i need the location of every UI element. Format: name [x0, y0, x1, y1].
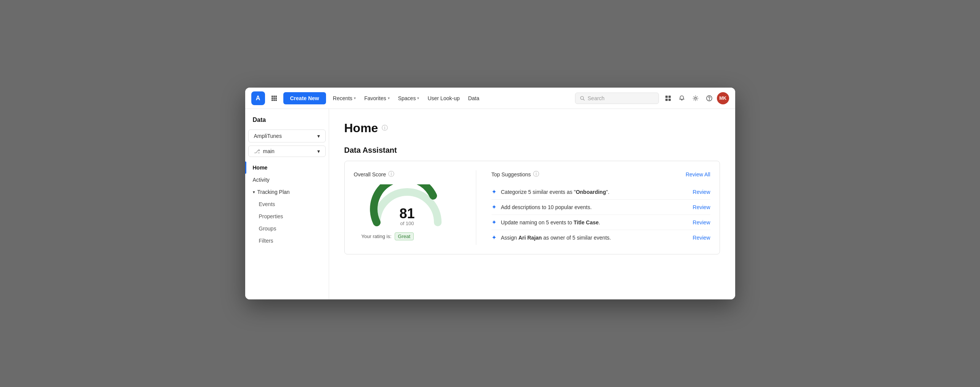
score-section: Overall Score ⓘ 81 of 100 [354, 170, 461, 245]
review-all-link[interactable]: Review All [686, 171, 710, 178]
data-assistant-card: Overall Score ⓘ 81 of 100 [344, 161, 720, 254]
sidebar-item-label: Home [253, 165, 268, 171]
sidebar-item-label: Events [259, 201, 275, 207]
rating-badge: Great [395, 232, 414, 240]
review-link-0[interactable]: Review [693, 189, 710, 195]
top-suggestions-label: Top Suggestions [492, 171, 531, 178]
search-input[interactable] [588, 95, 654, 101]
overall-score-label: Overall Score [354, 171, 386, 178]
search-icon [580, 96, 585, 101]
avatar[interactable]: MK [717, 92, 729, 104]
nav-label-recents: Recents [333, 95, 352, 101]
sidebar-item-events[interactable]: Events [245, 198, 329, 210]
suggestion-row-0: ✦ Categorize 5 similar events as "Onboar… [492, 184, 710, 200]
svg-rect-4 [273, 98, 275, 99]
sidebar-item-home[interactable]: Home [245, 162, 329, 174]
chevron-down-icon: ▾ [317, 148, 320, 154]
suggestion-text-0: Categorize 5 similar events as "Onboardi… [501, 189, 610, 195]
topnav: A Create New Recents ▾ Favorites [245, 88, 735, 109]
suggestion-text-1: Add descriptions to 10 popular events. [501, 204, 592, 210]
workspace-dropdown[interactable]: AmpliTunes ▾ [248, 130, 326, 142]
suggestion-left-2: ✦ Update naming on 5 events to Title Cas… [492, 219, 693, 226]
nav-item-spaces[interactable]: Spaces ▾ [394, 93, 423, 104]
sidebar-item-label: Tracking Plan [257, 189, 290, 195]
review-link-3[interactable]: Review [693, 235, 710, 241]
sidebar: Data AmpliTunes ▾ ⎇ main ▾ Home Activity… [245, 109, 329, 299]
gauge-score-number: 81 [399, 207, 414, 221]
sidebar-item-label: Filters [259, 238, 273, 244]
overall-score-label-row: Overall Score ⓘ [354, 170, 395, 178]
grid-layout-icon[interactable] [662, 92, 674, 104]
branch-selector[interactable]: ⎇ main ▾ [248, 146, 326, 157]
nav-label-userlookup: User Look-up [427, 95, 459, 101]
branch-icon: ⎇ [254, 148, 260, 154]
apps-icon[interactable] [268, 92, 280, 104]
nav-item-data[interactable]: Data [464, 93, 483, 104]
svg-rect-2 [275, 96, 277, 97]
main-content: Home ⓘ Data Assistant Overall Score ⓘ [329, 109, 735, 299]
svg-rect-8 [275, 99, 277, 101]
sparkle-icon: ✦ [492, 188, 496, 195]
sidebar-title: Data [245, 117, 329, 130]
sidebar-item-label: Groups [259, 225, 276, 232]
suggestion-row-3: ✦ Assign Ari Rajan as owner of 5 similar… [492, 230, 710, 245]
sidebar-item-tracking-plan[interactable]: ▾ Tracking Plan [245, 186, 329, 198]
rating-row: Your rating is: Great [361, 232, 414, 240]
nav-label-data: Data [468, 95, 479, 101]
sidebar-item-filters[interactable]: Filters [245, 235, 329, 247]
svg-rect-3 [272, 98, 273, 99]
review-link-1[interactable]: Review [693, 204, 710, 210]
gear-icon[interactable] [689, 92, 702, 104]
chevron-down-icon: ▾ [388, 96, 390, 100]
help-icon[interactable] [703, 92, 715, 104]
nav-label-spaces: Spaces [398, 95, 416, 101]
suggestion-left-3: ✦ Assign Ari Rajan as owner of 5 similar… [492, 234, 693, 241]
svg-rect-0 [272, 96, 273, 97]
svg-rect-11 [665, 96, 668, 98]
app-window: A Create New Recents ▾ Favorites [245, 88, 735, 299]
svg-rect-7 [273, 99, 275, 101]
nav-item-recents[interactable]: Recents ▾ [329, 93, 360, 104]
main-layout: Data AmpliTunes ▾ ⎇ main ▾ Home Activity… [245, 109, 735, 299]
svg-rect-6 [272, 99, 273, 101]
svg-rect-14 [668, 99, 671, 101]
page-title: Home [344, 121, 378, 135]
nav-icon-buttons: MK [662, 92, 729, 104]
sidebar-item-groups[interactable]: Groups [245, 222, 329, 235]
suggestion-text-3: Assign Ari Rajan as owner of 5 similar e… [501, 235, 611, 241]
bell-icon[interactable] [676, 92, 688, 104]
review-link-2[interactable]: Review [693, 219, 710, 225]
nav-item-userlookup[interactable]: User Look-up [424, 93, 463, 104]
sidebar-item-label: Activity [253, 177, 270, 183]
suggestions-title: Top Suggestions ⓘ [492, 170, 540, 178]
sparkle-icon: ✦ [492, 219, 496, 226]
nav-item-favorites[interactable]: Favorites ▾ [360, 93, 394, 104]
suggestion-left-0: ✦ Categorize 5 similar events as "Onboar… [492, 188, 693, 195]
sparkle-icon: ✦ [492, 234, 496, 241]
info-icon[interactable]: ⓘ [382, 124, 388, 132]
rating-prefix: Your rating is: [361, 233, 392, 239]
chevron-down-icon: ▾ [417, 96, 419, 100]
chevron-down-icon: ▾ [317, 133, 320, 139]
branch-label: main [263, 148, 314, 154]
sparkle-icon: ✦ [492, 203, 496, 211]
divider [476, 170, 476, 245]
svg-point-17 [709, 99, 709, 100]
chevron-down-icon: ▾ [354, 96, 356, 100]
search-bar[interactable] [575, 93, 659, 104]
suggestions-info-icon[interactable]: ⓘ [533, 170, 539, 178]
page-title-row: Home ⓘ [344, 121, 720, 135]
suggestions-header: Top Suggestions ⓘ Review All [492, 170, 710, 178]
gauge-chart: 81 of 100 [369, 184, 445, 226]
chevron-down-icon: ▾ [253, 190, 255, 195]
suggestion-text-2: Update naming on 5 events to Title Case. [501, 219, 600, 225]
gauge-score-max: of 100 [399, 221, 414, 226]
score-info-icon[interactable]: ⓘ [388, 170, 394, 178]
suggestion-row-1: ✦ Add descriptions to 10 popular events.… [492, 200, 710, 215]
svg-rect-5 [275, 98, 277, 99]
logo-button[interactable]: A [251, 91, 265, 105]
sidebar-item-properties[interactable]: Properties [245, 210, 329, 222]
sidebar-item-activity[interactable]: Activity [245, 174, 329, 186]
create-new-button[interactable]: Create New [283, 92, 326, 104]
sidebar-item-label: Properties [259, 213, 283, 219]
